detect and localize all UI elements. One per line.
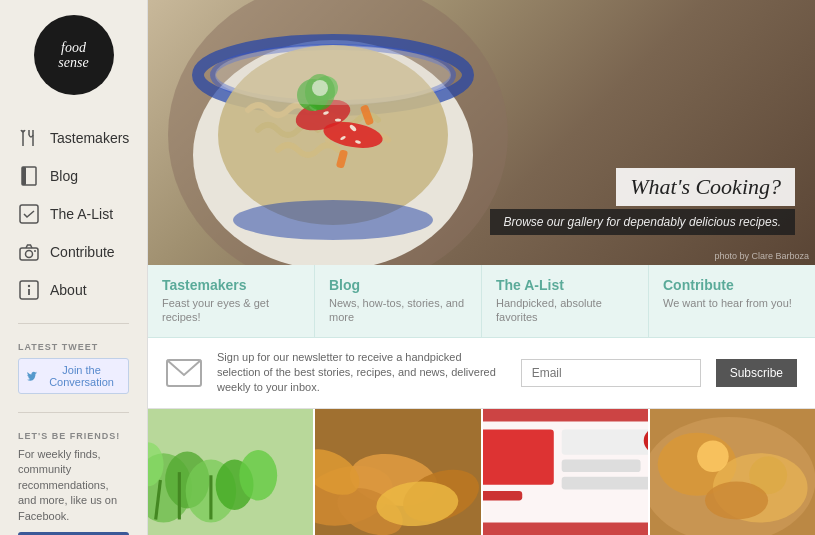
- category-contribute[interactable]: Contribute We want to hear from you!: [649, 265, 815, 337]
- friends-text: For weekly finds, community recommendati…: [18, 447, 129, 524]
- utensils-icon: [18, 127, 40, 149]
- svg-point-44: [239, 450, 277, 500]
- newsletter-text: Sign up for our newsletter to receive a …: [217, 350, 506, 396]
- hero-section: What's Cooking? Browse our gallery for d…: [148, 0, 815, 265]
- svg-point-8: [26, 250, 33, 257]
- sidebar-item-alist[interactable]: The A-List: [0, 196, 147, 232]
- svg-rect-54: [483, 429, 554, 484]
- thumbnail-pinterest[interactable]: P: [483, 409, 650, 535]
- latest-tweet-section: LATEST TWEET Join the Conversation: [0, 334, 147, 402]
- hero-title: What's Cooking?: [616, 168, 795, 206]
- cat-title-contribute: Contribute: [663, 277, 801, 293]
- sidebar-item-tastemakers[interactable]: Tastemakers: [0, 120, 147, 156]
- friends-title: LET'S BE FRIENDS!: [18, 431, 129, 441]
- cat-title-tastemakers: Tastemakers: [162, 277, 300, 293]
- bowl-svg: [168, 0, 508, 265]
- category-strip: Tastemakers Feast your eyes & get recipe…: [148, 265, 815, 338]
- nav-menu: Tastemakers Blog The A-List: [0, 115, 147, 313]
- divider1: [18, 323, 129, 324]
- email-input[interactable]: [521, 359, 701, 387]
- tweet-btn-label: Join the Conversation: [43, 364, 120, 388]
- cat-title-alist: The A-List: [496, 277, 634, 293]
- svg-rect-56: [561, 459, 640, 472]
- friends-section: LET'S BE FRIENDS! For weekly finds, comm…: [0, 423, 147, 535]
- svg-rect-58: [483, 491, 522, 500]
- svg-point-22: [335, 119, 341, 122]
- latest-tweet-title: LATEST TWEET: [18, 342, 129, 352]
- svg-point-65: [697, 440, 729, 472]
- category-tastemakers[interactable]: Tastemakers Feast your eyes & get recipe…: [148, 265, 315, 337]
- svg-point-67: [705, 481, 768, 519]
- logo-line1: food: [58, 40, 88, 55]
- thumbnail-herbs[interactable]: [148, 409, 315, 535]
- svg-point-11: [28, 285, 30, 287]
- category-blog[interactable]: Blog News, how-tos, stories, and more: [315, 265, 482, 337]
- sidebar-item-blog[interactable]: Blog: [0, 158, 147, 194]
- sidebar-label-tastemakers: Tastemakers: [50, 130, 129, 146]
- svg-rect-57: [561, 477, 648, 490]
- sidebar-item-contribute[interactable]: Contribute: [0, 234, 147, 270]
- svg-rect-5: [22, 167, 26, 185]
- thumbnail-strip: P: [148, 409, 815, 535]
- sidebar-label-contribute: Contribute: [50, 244, 115, 260]
- join-conversation-button[interactable]: Join the Conversation: [18, 358, 129, 394]
- info-icon: [18, 279, 40, 301]
- book-icon: [18, 165, 40, 187]
- checklist-icon: [18, 203, 40, 225]
- cat-desc-blog: News, how-tos, stories, and more: [329, 296, 467, 325]
- subscribe-button[interactable]: Subscribe: [716, 359, 797, 387]
- logo[interactable]: food sense: [34, 15, 114, 95]
- cat-desc-alist: Handpicked, absolute favorites: [496, 296, 634, 325]
- sidebar-label-blog: Blog: [50, 168, 78, 184]
- camera-icon: [18, 241, 40, 263]
- svg-point-31: [233, 200, 433, 240]
- photo-credit: photo by Clare Barboza: [714, 251, 809, 261]
- cat-desc-contribute: We want to hear from you!: [663, 296, 801, 310]
- twitter-icon: [27, 370, 37, 382]
- sidebar: food sense Tastemakers: [0, 0, 148, 535]
- svg-point-9: [34, 250, 36, 252]
- svg-rect-55: [561, 429, 648, 454]
- sidebar-label-about: About: [50, 282, 87, 298]
- divider2: [18, 412, 129, 413]
- category-alist[interactable]: The A-List Handpicked, absolute favorite…: [482, 265, 649, 337]
- cat-desc-tastemakers: Feast your eyes & get recipes!: [162, 296, 300, 325]
- svg-point-30: [215, 45, 451, 105]
- logo-area: food sense: [0, 15, 147, 115]
- svg-rect-6: [20, 205, 38, 223]
- sidebar-item-about[interactable]: About: [0, 272, 147, 308]
- sidebar-label-alist: The A-List: [50, 206, 113, 222]
- main-content: What's Cooking? Browse our gallery for d…: [148, 0, 815, 535]
- hero-overlay: What's Cooking? Browse our gallery for d…: [490, 168, 795, 235]
- newsletter-bar: Sign up for our newsletter to receive a …: [148, 338, 815, 409]
- thumbnail-food[interactable]: [650, 409, 815, 535]
- thumbnail-chips[interactable]: [315, 409, 482, 535]
- hero-subtitle: Browse our gallery for dependably delici…: [490, 209, 795, 235]
- cat-title-blog: Blog: [329, 277, 467, 293]
- mail-icon: [166, 359, 202, 387]
- logo-line2: sense: [58, 55, 88, 70]
